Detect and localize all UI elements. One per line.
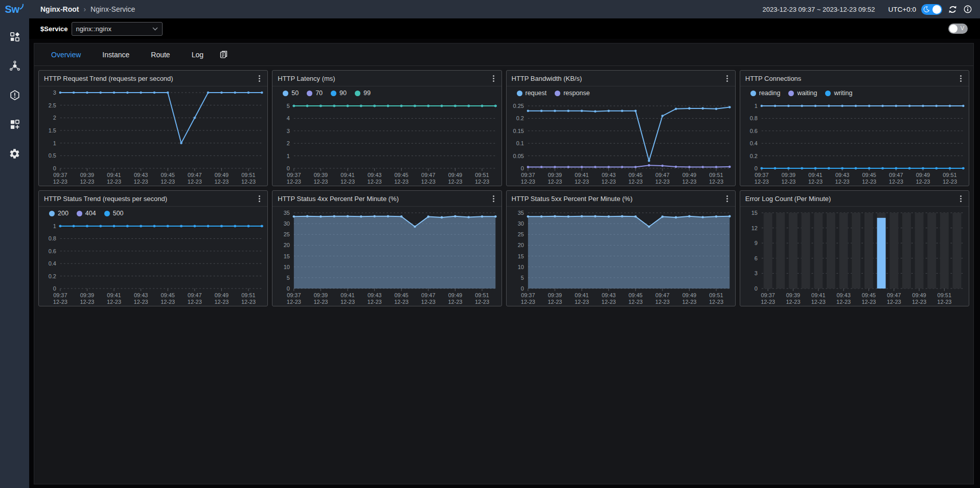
legend-dot-icon <box>825 91 831 96</box>
legend-item[interactable]: 200 <box>49 210 69 217</box>
svg-text:0.2: 0.2 <box>516 115 523 121</box>
svg-text:12-23: 12-23 <box>161 299 175 305</box>
svg-text:2.5: 2.5 <box>49 102 56 108</box>
svg-text:12-23: 12-23 <box>889 179 903 185</box>
tab-list-button[interactable] <box>219 50 228 59</box>
svg-text:12-23: 12-23 <box>755 179 769 185</box>
svg-text:12-23: 12-23 <box>575 179 589 185</box>
svg-text:12-23: 12-23 <box>241 179 256 185</box>
sidebar-item-marketplace[interactable] <box>9 118 21 130</box>
svg-text:12-23: 12-23 <box>811 299 826 305</box>
svg-text:09:45: 09:45 <box>861 292 875 298</box>
svg-text:0: 0 <box>520 285 523 292</box>
svg-text:10: 10 <box>284 264 290 270</box>
svg-text:12-23: 12-23 <box>394 179 408 185</box>
kebab-menu-icon[interactable] <box>958 74 964 83</box>
svg-text:12-23: 12-23 <box>475 179 489 185</box>
chart-title: HTTP Status 4xx Percent Per Minute (%) <box>278 195 399 203</box>
skywalking-logo[interactable]: Sw <box>0 0 29 18</box>
legend-item[interactable]: request <box>517 90 547 97</box>
legend-item[interactable]: 500 <box>104 210 124 217</box>
chart-plot[interactable]: 0510152025303509:3712-2309:3912-2309:411… <box>272 207 501 306</box>
toggle-knob <box>949 25 958 33</box>
kebab-menu-icon[interactable] <box>958 194 964 204</box>
breadcrumb-separator: › <box>83 5 86 13</box>
svg-text:12-23: 12-23 <box>287 299 301 305</box>
info-button[interactable] <box>963 4 973 14</box>
svg-text:09:51: 09:51 <box>241 172 255 178</box>
svg-text:09:43: 09:43 <box>601 172 615 178</box>
svg-text:12-23: 12-23 <box>861 299 876 305</box>
svg-text:09:43: 09:43 <box>601 292 615 298</box>
theme-toggle[interactable] <box>921 4 942 15</box>
breadcrumb-root[interactable]: Nginx-Root <box>40 5 79 13</box>
chart-card-header: HTTP Status 5xx Percent Per Minute (%) <box>507 191 735 207</box>
refresh-button[interactable] <box>947 4 958 14</box>
svg-text:12-23: 12-23 <box>912 299 926 305</box>
legend-item[interactable]: 99 <box>355 90 371 97</box>
chart-plot[interactable]: 00.20.40.60.8109:3712-2309:3912-2309:411… <box>740 100 969 186</box>
svg-text:5: 5 <box>520 275 523 281</box>
legend-item[interactable]: waiting <box>788 90 817 97</box>
chart-card-http-bandwidth: HTTP Bandwidth (KB/s) requestresponse 00… <box>506 70 736 186</box>
chart-legend: 50709099 <box>272 86 501 100</box>
svg-text:9: 9 <box>755 240 758 246</box>
sidebar-item-topology[interactable] <box>9 60 21 72</box>
svg-text:12-23: 12-23 <box>368 179 382 185</box>
chart-plot[interactable]: 00.050.10.150.20.2509:3712-2309:3912-230… <box>507 100 735 186</box>
main-column: Nginx-Root › Nginx-Service 2023-12-23 09… <box>29 0 980 488</box>
kebab-menu-icon[interactable] <box>724 194 730 204</box>
svg-text:09:51: 09:51 <box>709 172 723 178</box>
svg-text:12-23: 12-23 <box>214 179 229 185</box>
service-select[interactable]: nginx::nginx <box>72 22 163 36</box>
tab-log[interactable]: Log <box>181 43 214 66</box>
version-toggle[interactable]: V <box>948 24 968 34</box>
kebab-menu-icon[interactable] <box>491 194 496 204</box>
legend-item[interactable]: 70 <box>307 90 323 97</box>
svg-text:25: 25 <box>284 231 290 237</box>
legend-item[interactable]: 50 <box>283 90 299 97</box>
chart-card-body: readingwaitingwriting 00.20.40.60.8109:3… <box>740 86 969 186</box>
sidebar-item-settings[interactable] <box>9 147 21 160</box>
legend-label: waiting <box>797 90 817 97</box>
svg-text:3: 3 <box>755 270 758 276</box>
legend-item[interactable]: 90 <box>331 90 347 97</box>
chart-plot[interactable]: 01234509:3712-2309:3912-2309:4112-2309:4… <box>272 100 501 186</box>
chart-plot[interactable]: 00.511.522.5309:3712-2309:3912-2309:4112… <box>39 86 267 186</box>
svg-text:09:37: 09:37 <box>755 172 768 178</box>
time-range-label[interactable]: 2023-12-23 09:37 ~ 2023-12-23 09:52 <box>762 6 875 13</box>
svg-text:30: 30 <box>284 220 290 227</box>
kebab-menu-icon[interactable] <box>257 194 262 204</box>
sidebar-item-dashboards[interactable] <box>9 31 21 43</box>
tab-route[interactable]: Route <box>140 43 180 66</box>
chart-plot[interactable]: 0510152025303509:3712-2309:3912-2309:411… <box>507 207 735 306</box>
svg-text:09:45: 09:45 <box>628 172 642 178</box>
kebab-menu-icon[interactable] <box>491 74 496 83</box>
tab-overview[interactable]: Overview <box>40 43 92 66</box>
svg-text:12-23: 12-23 <box>241 299 256 305</box>
legend-item[interactable]: writing <box>825 90 852 97</box>
svg-text:09:47: 09:47 <box>889 172 903 178</box>
chart-plot[interactable]: 0369121509:3712-2309:3912-2309:4112-2309… <box>740 207 969 306</box>
moon-icon <box>923 5 930 15</box>
tab-instance[interactable]: Instance <box>92 43 140 66</box>
top-header: Nginx-Root › Nginx-Service 2023-12-23 09… <box>29 0 980 18</box>
svg-text:09:43: 09:43 <box>368 292 381 298</box>
chart-plot[interactable]: 00.20.40.60.8109:3712-2309:3912-2309:411… <box>39 220 267 306</box>
breadcrumb-leaf[interactable]: Nginx-Service <box>90 5 135 13</box>
legend-item[interactable]: response <box>555 90 589 97</box>
svg-text:12-23: 12-23 <box>53 299 67 305</box>
legend-dot-icon <box>104 211 110 216</box>
chart-legend: requestresponse <box>507 86 735 100</box>
kebab-menu-icon[interactable] <box>257 74 262 83</box>
svg-text:0: 0 <box>287 285 290 292</box>
sidebar-item-alerting[interactable] <box>9 89 21 101</box>
legend-item[interactable]: 404 <box>77 210 96 217</box>
svg-text:09:45: 09:45 <box>395 292 408 298</box>
svg-text:09:49: 09:49 <box>448 172 462 178</box>
legend-item[interactable]: reading <box>750 90 781 97</box>
svg-text:12-23: 12-23 <box>682 299 696 305</box>
kebab-menu-icon[interactable] <box>724 74 730 83</box>
chart-card-body: 00.511.522.5309:3712-2309:3912-2309:4112… <box>39 86 267 186</box>
svg-text:09:37: 09:37 <box>521 172 535 178</box>
